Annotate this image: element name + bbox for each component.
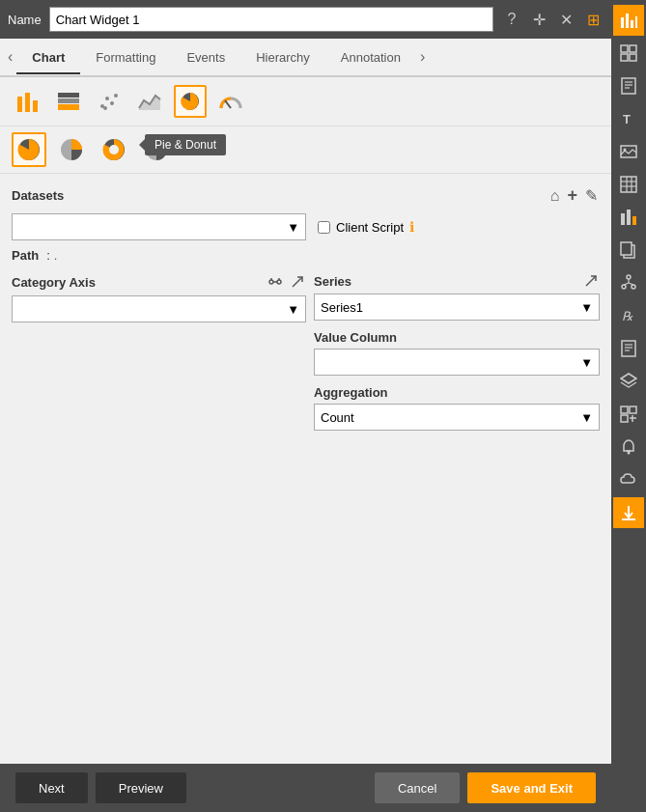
pie-donut-tooltip: Pie & Donut [145,134,226,155]
svg-line-57 [629,283,633,285]
svg-line-26 [586,276,596,286]
sidebar-icon-chart[interactable] [613,5,644,36]
tab-prev-button[interactable]: ‹ [4,39,16,75]
tab-hierarchy[interactable]: Hierarchy [240,42,325,74]
svg-point-20 [269,280,273,284]
svg-line-13 [225,100,231,108]
datasets-home-button[interactable]: ⌂ [548,183,562,208]
svg-rect-28 [626,14,629,28]
sidebar-icon-copy[interactable] [613,235,644,266]
pie-subtype-pie-single[interactable] [12,132,46,167]
svg-rect-31 [621,45,628,52]
chart-type-pie[interactable] [174,85,207,118]
series-value: Series1 [321,300,363,315]
sidebar-icon-text[interactable]: T [613,103,644,134]
value-column-label: Value Column [314,330,600,345]
sidebar-icon-table[interactable] [613,169,644,200]
svg-point-8 [110,101,114,105]
name-input[interactable] [49,7,493,32]
category-axis-network-button[interactable] [266,272,285,292]
chart-type-area[interactable] [133,85,166,118]
sidebar-icon-cloud[interactable] [613,464,644,495]
sidebar-icon-layers[interactable] [613,366,644,397]
close-button[interactable]: ✕ [555,9,576,30]
sidebar-icon-rx[interactable]: ℞ [613,300,644,331]
svg-rect-32 [630,45,636,52]
svg-rect-47 [621,213,625,225]
pie-subtype-donut-single[interactable] [97,132,131,167]
series-label: Series [314,274,582,289]
pin-button[interactable]: ⊞ [582,9,604,30]
path-label: Path [12,248,39,263]
series-select[interactable]: Series1 ▼ [314,294,600,321]
svg-rect-30 [635,16,637,28]
client-script-label: Client Script [336,220,404,235]
svg-line-56 [624,283,629,285]
aggregation-label: Aggregation [314,385,600,400]
tab-chart[interactable]: Chart [16,42,80,74]
value-column-arrow: ▼ [580,355,593,370]
client-script-checkbox[interactable] [318,221,330,234]
svg-rect-2 [33,100,38,112]
cancel-button[interactable]: Cancel [375,772,460,803]
sidebar-icon-chart-line[interactable] [613,202,644,233]
svg-point-9 [114,94,118,98]
datasets-edit-button[interactable]: ✎ [583,183,600,208]
sidebar-icon-bell[interactable] [613,432,644,462]
svg-rect-42 [621,177,636,192]
aggregation-select[interactable]: Count ▼ [314,404,600,431]
sidebar-icon-grid-plus[interactable] [613,399,644,430]
svg-point-54 [632,285,635,289]
svg-marker-63 [621,374,636,383]
sidebar-icon-download[interactable] [613,497,644,528]
svg-rect-48 [627,210,631,225]
category-axis-select[interactable]: ▼ [12,295,306,322]
chart-type-scatter[interactable] [93,85,126,118]
svg-rect-65 [630,406,636,413]
aggregation-value: Count [321,410,354,425]
category-axis-navigate-button[interactable] [289,272,306,292]
sidebar-icon-report[interactable] [613,333,644,364]
sidebar-icon-image[interactable] [613,136,644,167]
sidebar-icon-document[interactable] [613,70,644,101]
svg-point-21 [277,280,281,284]
datasets-dropdown-arrow: ▼ [287,220,299,235]
path-value: . [54,248,58,263]
svg-rect-0 [17,97,22,112]
sidebar-icon-grid[interactable] [613,38,644,69]
svg-rect-33 [621,54,628,61]
pie-subtype-pie-multi[interactable] [54,132,89,167]
next-button[interactable]: Next [15,772,88,803]
sidebar-icon-hierarchy[interactable] [613,267,644,298]
name-label: Name [8,13,42,27]
move-button[interactable]: ✛ [528,9,549,30]
category-axis-label: Category Axis [12,275,266,290]
save-exit-button[interactable]: Save and Exit [467,772,596,803]
help-button[interactable]: ? [501,9,522,30]
chart-type-bar[interactable] [12,85,44,118]
tab-events[interactable]: Events [171,42,240,74]
chart-type-stacked-bar[interactable] [52,85,85,118]
svg-point-70 [628,452,631,455]
value-column-select[interactable]: ▼ [314,349,600,376]
svg-rect-29 [631,20,633,28]
svg-rect-51 [621,242,632,255]
datasets-add-button[interactable]: + [565,183,579,208]
tab-next-button[interactable]: › [416,39,429,75]
category-axis-arrow: ▼ [287,302,299,317]
svg-point-17 [109,145,119,154]
aggregation-arrow: ▼ [580,410,593,425]
svg-text:℞: ℞ [622,309,633,323]
svg-line-25 [293,277,302,287]
tab-annotation[interactable]: Annotation [325,42,416,74]
svg-rect-27 [621,17,624,28]
preview-button[interactable]: Preview [96,772,186,803]
series-arrow: ▼ [580,300,593,315]
tab-formatting[interactable]: Formatting [80,42,171,74]
svg-rect-66 [621,415,628,422]
series-navigate-button[interactable] [582,272,600,290]
svg-rect-35 [622,78,635,94]
chart-type-gauge[interactable] [214,85,247,118]
datasets-select[interactable]: ▼ [12,213,306,240]
datasets-label: Datasets [12,188,64,203]
